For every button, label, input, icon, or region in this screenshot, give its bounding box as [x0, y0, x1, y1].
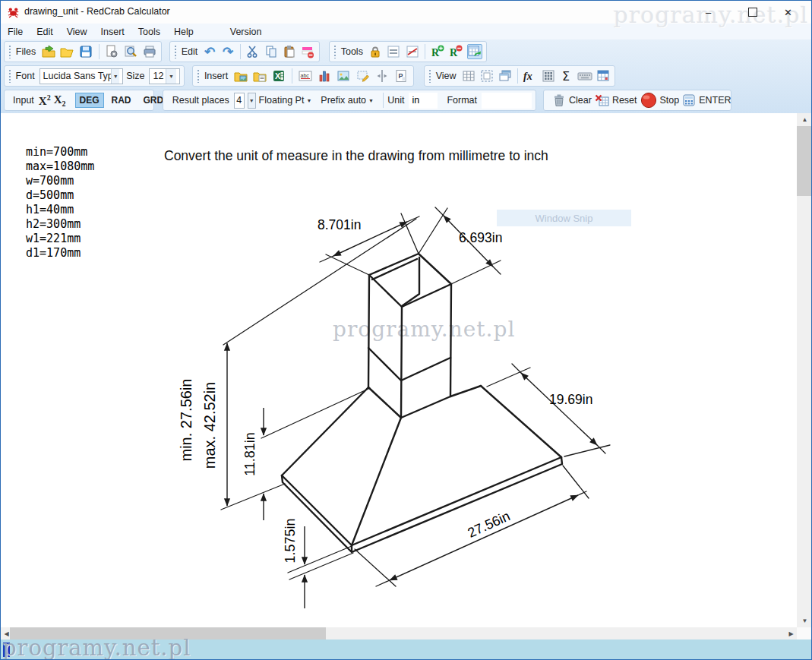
toolbar-grip[interactable]	[8, 45, 11, 58]
new-file-button[interactable]	[40, 44, 56, 59]
menu-edit[interactable]: Edit	[30, 25, 60, 39]
insert-excel-button[interactable]: X	[271, 68, 287, 84]
menu-view[interactable]: View	[60, 25, 94, 39]
scroll-right-button[interactable]: ▶	[785, 627, 797, 639]
enter-button[interactable]	[682, 93, 696, 108]
view-table-button[interactable]	[596, 68, 611, 84]
toolbar-grip[interactable]	[8, 69, 11, 83]
stop-button[interactable]	[640, 93, 657, 108]
insert-text-button[interactable]: abc	[297, 68, 313, 84]
scroll-down-button[interactable]: ▼	[797, 614, 812, 627]
grid-icon	[462, 69, 476, 83]
dim-label-hood-height: 11.81in	[242, 432, 258, 476]
deg-button[interactable]: DEG	[75, 93, 104, 108]
lock-button[interactable]	[368, 44, 383, 59]
superscript-base: X	[39, 95, 47, 107]
line-spacing-button[interactable]	[386, 44, 401, 59]
scrollbar-corner	[797, 627, 812, 639]
note-folder-icon	[253, 69, 267, 83]
dim-label-plate-thickness: 1.575in	[283, 518, 298, 563]
paste-button[interactable]	[282, 44, 297, 59]
toolbar-result: Result places 4 ▼ Floating Pt▼ Prefix au…	[163, 90, 536, 111]
unit-label: Unit	[387, 95, 404, 106]
toolbar-grip[interactable]	[174, 45, 177, 58]
undo-button[interactable]: ↶	[202, 44, 217, 59]
print-preview-button[interactable]	[122, 44, 138, 59]
toolbar-grip[interactable]	[428, 69, 431, 83]
menu-version[interactable]: Version	[223, 25, 269, 39]
line-spacing-icon	[387, 45, 400, 58]
sigma-icon: Σ	[561, 69, 573, 83]
toolbar-grip[interactable]	[197, 69, 200, 83]
insert-split-button[interactable]	[374, 68, 390, 84]
result-remove-button[interactable]: R	[448, 44, 463, 59]
stop-label[interactable]: Stop	[660, 95, 680, 106]
minimize-button[interactable]: –	[691, 1, 725, 24]
menu-tools[interactable]: Tools	[131, 25, 167, 39]
dim-label-height-min: min. 27.56in	[178, 379, 194, 462]
format-input[interactable]	[482, 93, 532, 109]
close-button[interactable]: ✕	[771, 1, 805, 24]
result-add-button[interactable]: R	[430, 44, 445, 59]
copy-button[interactable]	[264, 44, 279, 59]
toolbar-grip[interactable]	[167, 93, 168, 107]
toolbar-tools: Tools R R	[329, 41, 487, 62]
subscript-button[interactable]: X2	[54, 93, 66, 108]
rad-button[interactable]: RAD	[107, 93, 136, 108]
calculator-icon	[682, 93, 696, 107]
no-line-button[interactable]	[405, 44, 420, 59]
toolbar-view: View fx Σ	[424, 65, 615, 87]
page-setup-button[interactable]	[104, 44, 120, 59]
insert-image-button[interactable]	[336, 68, 352, 84]
view-sum-button[interactable]: Σ	[559, 68, 574, 84]
scissors-icon	[246, 45, 260, 58]
insert-chart-button[interactable]	[316, 68, 332, 84]
redo-button[interactable]: ↷	[220, 44, 235, 59]
enter-label[interactable]: ENTER	[699, 95, 731, 106]
floating-pt-dropdown[interactable]: Floating Pt▼	[259, 95, 312, 106]
separator	[240, 44, 241, 59]
window-title: drawing_unit - RedCrab Calculator	[24, 6, 170, 17]
reset-label[interactable]: Reset	[612, 95, 637, 106]
unit-input[interactable]	[409, 93, 438, 109]
recalculate-table-button[interactable]	[467, 44, 482, 59]
clear-label[interactable]: Clear	[569, 95, 592, 106]
menu-file[interactable]: File	[1, 25, 30, 39]
delete-line-button[interactable]	[300, 44, 315, 59]
vertical-scroll-thumb[interactable]	[797, 126, 812, 196]
chevron-down-icon[interactable]: ▼	[166, 69, 176, 84]
document-canvas[interactable]: min=700mm max=1080mm w=700mm d=500mm h1=…	[1, 113, 797, 627]
view-grid-button[interactable]	[461, 68, 476, 84]
no-line-icon	[406, 45, 419, 58]
view-formula-button[interactable]: fx	[523, 68, 538, 84]
view-keyboard-button[interactable]	[577, 68, 592, 84]
chevron-down-icon[interactable]: ▼	[111, 69, 119, 84]
reset-button[interactable]	[595, 93, 609, 108]
separator	[425, 44, 425, 59]
view-keypad-button[interactable]	[541, 68, 556, 84]
horizontal-scrollbar[interactable]: ◀ ▶	[1, 627, 797, 639]
insert-pdf-button[interactable]: P	[393, 68, 409, 84]
open-file-button[interactable]	[59, 44, 75, 59]
superscript-button[interactable]: X2	[39, 93, 51, 108]
toolbar-grip[interactable]	[333, 45, 336, 58]
save-button[interactable]	[78, 44, 94, 59]
cut-button[interactable]	[245, 44, 261, 59]
font-size-select[interactable]: 12 ▼	[149, 68, 180, 84]
clear-button[interactable]	[552, 93, 566, 108]
font-family-select[interactable]: Lucida Sans Typewri ▼	[39, 68, 124, 84]
menu-help[interactable]: Help	[167, 25, 201, 39]
prefix-auto-dropdown[interactable]: Prefix auto▼	[321, 95, 374, 106]
insert-drawing-button[interactable]	[355, 68, 371, 84]
insert-picture-folder-button[interactable]	[232, 68, 248, 84]
maximize-button[interactable]	[735, 1, 769, 24]
scroll-up-button[interactable]: ▲	[797, 113, 812, 126]
insert-note-folder-button[interactable]	[251, 68, 267, 84]
menu-insert[interactable]: Insert	[94, 25, 131, 39]
view-windows-button[interactable]	[498, 68, 513, 84]
view-page-border-button[interactable]	[479, 68, 494, 84]
vertical-scrollbar[interactable]: ▲ ▼	[797, 113, 812, 627]
horizontal-scroll-thumb[interactable]	[10, 627, 326, 639]
print-button[interactable]	[141, 44, 157, 59]
result-places-dropdown[interactable]: ▼	[248, 93, 256, 109]
